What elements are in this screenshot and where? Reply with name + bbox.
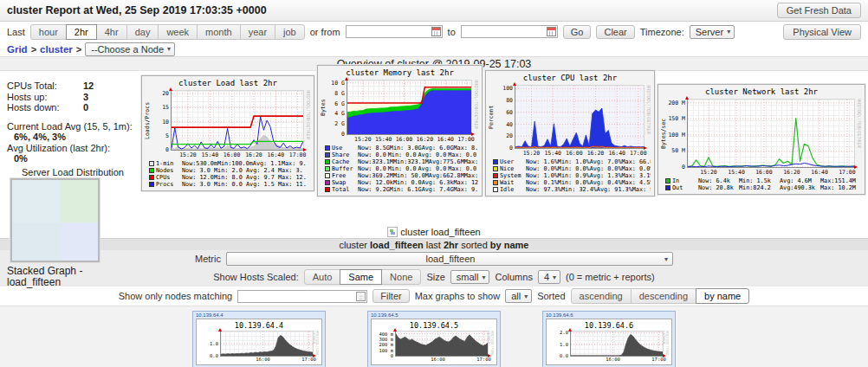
range-button-hour[interactable]: hour	[30, 24, 67, 40]
timezone-value: Server	[696, 27, 723, 37]
legend-series-name: Procs	[156, 181, 173, 188]
legend-series-name: Use	[332, 145, 342, 151]
filter-input[interactable]: ::	[237, 290, 367, 303]
legend-cell: Avg: 7.0%	[590, 158, 622, 165]
y-axis-label	[198, 331, 205, 357]
legend-cell: Min: 50.0M	[393, 172, 429, 179]
host-cell: 10.139.64.5 10.139.64.50100 m200 m300 m4…	[367, 311, 501, 367]
x-tick-label: 15:20	[523, 150, 541, 157]
legend-name: Nice	[493, 165, 526, 172]
size-label: Size	[426, 272, 444, 282]
timezone-select[interactable]: Server ▾	[690, 25, 735, 39]
summary-range: 2hr	[444, 240, 458, 250]
max-graphs-select[interactable]: all ▾	[505, 289, 532, 303]
breadcrumb-cluster-link[interactable]: cluster	[40, 44, 73, 55]
load-avg-block: Current Load Avg (15, 5, 1m): 6%, 4%, 3%…	[7, 121, 139, 164]
legend-cell: Now: 12.0k	[358, 179, 393, 186]
legend-cell: Max: 0.0%	[622, 165, 651, 172]
choose-node-select[interactable]: --Choose a Node ▾	[85, 42, 175, 56]
to-date-input[interactable]	[461, 25, 558, 38]
columns-note: (0 = metric + reports)	[566, 272, 655, 282]
legend-cell: Max: 0.0	[448, 165, 478, 172]
y-tick-label: 0	[391, 353, 393, 358]
x-tick-label: 15:20	[700, 169, 717, 176]
legend-series-name: Out	[672, 184, 683, 191]
cluster-cpu-graph[interactable]: cluster CPU last 2hrPercent0204060801001…	[485, 70, 655, 196]
legend-row: UseNow: 8.5GMin: 3.0GAvg: 6.0GMax: 8.6G	[325, 145, 478, 151]
sort-button-by-name[interactable]: by name	[696, 288, 749, 304]
x-axis-arrow-icon	[303, 148, 307, 151]
y-tick-label: 100 m	[379, 348, 393, 353]
range-button-job[interactable]: job	[275, 24, 305, 40]
legend-name: Procs	[149, 181, 182, 188]
avg-utilization-label: Avg Utilization (last 2hr):	[7, 143, 139, 154]
host-link[interactable]: 10.139.64.5	[371, 312, 497, 319]
host-link[interactable]: 10.139.64.6	[546, 312, 672, 319]
metric-select[interactable]: load_fifteen ▾	[226, 252, 673, 266]
legend-swatch	[493, 180, 498, 185]
input-hint-icon[interactable]: ::	[356, 292, 366, 301]
x-tick-label: 16:00	[606, 357, 620, 362]
legend-cell: Min: 1.0%	[558, 158, 590, 165]
physical-view-button[interactable]: Physical View	[783, 24, 861, 40]
plot-canvas: 02 G4 G6 G8 G10 G15:2015:4016:0016:2016:…	[347, 80, 472, 135]
breadcrumb-grid-link[interactable]: Grid	[7, 44, 28, 55]
range-button-month[interactable]: month	[197, 24, 241, 40]
y-axis-label: Percent	[488, 85, 496, 149]
scale-button-none[interactable]: None	[381, 269, 421, 285]
filter-button[interactable]: Filter	[372, 289, 409, 303]
host-link[interactable]: 10.139.64.4	[196, 312, 322, 319]
range-button-2hr[interactable]: 2hr	[66, 24, 97, 40]
scale-button-same[interactable]: Same	[340, 269, 382, 285]
y-tick-label: 60	[506, 109, 513, 116]
y-tick-label: 200 m	[379, 342, 393, 347]
filter-label: Show only nodes matching	[119, 291, 232, 301]
y-tick-label: 10 G	[331, 80, 345, 87]
stat-value: 3	[83, 92, 88, 103]
get-fresh-data-button[interactable]: Get Fresh Data	[777, 3, 861, 18]
range-button-week[interactable]: week	[158, 24, 198, 40]
range-button-year[interactable]: year	[240, 24, 275, 40]
clear-button[interactable]: Clear	[596, 25, 634, 39]
columns-select[interactable]: 4 ▾	[538, 270, 560, 284]
timezone-label: Timezone:	[640, 27, 684, 37]
host-load-graph[interactable]: 10.139.64.40.01.016:0017:00RRDTOOL / TOB…	[196, 319, 322, 365]
y-axis-arrow-icon	[568, 328, 572, 332]
range-button-4hr[interactable]: 4hr	[96, 24, 127, 40]
rrdtool-watermark: RRDTOOL / TOBI OETIKER	[855, 99, 861, 168]
host-graphs-row: 10.139.64.4 10.139.64.40.01.016:0017:00R…	[0, 306, 868, 367]
go-button[interactable]: Go	[563, 25, 592, 39]
legend-cell: Avg:662.8M	[429, 172, 464, 179]
cluster-network-graph[interactable]: cluster Network last 2hrBytes/sec050 M10…	[657, 84, 865, 195]
graph-title: cluster Memory last 2hr	[318, 66, 482, 79]
sort-button-descending[interactable]: descending	[631, 288, 696, 304]
legend-cell: Now: 9.2G	[358, 186, 390, 193]
calendar-icon[interactable]	[547, 27, 556, 36]
scale-button-auto[interactable]: Auto	[304, 269, 341, 285]
legend-row: TotalNow: 9.2GMin: 6.1GAvg: 7.4GMax: 9.2…	[325, 186, 478, 193]
size-select[interactable]: small ▾	[450, 270, 490, 284]
y-tick-label: 1.0	[210, 341, 218, 346]
legend-cell: Avg: 1.5	[246, 181, 278, 188]
host-load-graph[interactable]: 10.139.64.50100 m200 m300 m400 m16:0017:…	[371, 319, 497, 365]
legend-swatch	[325, 180, 330, 185]
calendar-icon[interactable]	[431, 27, 441, 36]
range-button-day[interactable]: day	[126, 24, 159, 40]
cluster-memory-graph[interactable]: cluster Memory last 2hrBytes02 G4 G6 G8 …	[317, 65, 483, 196]
sort-button-ascending[interactable]: ascending	[571, 288, 632, 304]
y-axis-arrow-icon	[685, 96, 689, 100]
from-date-input[interactable]	[346, 25, 443, 38]
server-load-distribution-chart[interactable]	[10, 178, 100, 262]
x-tick-label: 17:00	[457, 136, 475, 143]
plot-canvas: 050 M100 M150 M200 M15:2015:4016:0016:20…	[687, 99, 855, 168]
legend-cell: Now: 6.4k	[698, 177, 739, 184]
distribution-quadrant	[12, 222, 61, 261]
to-label: to	[448, 27, 456, 37]
host-load-graph[interactable]: 10.139.64.60.01.02.016:0017:00RRDTOOL / …	[546, 319, 672, 365]
legend-swatch	[493, 159, 498, 164]
columns-label: Columns	[495, 272, 532, 282]
cluster-load-graph[interactable]: cluster Load last 2hrLoads/Procs05101520…	[141, 75, 314, 191]
stacked-graph-label: Stacked Graph - load_fifteen	[7, 266, 139, 287]
legend-row: BufferNow: 0.0Min: 0.0Avg: 0.0Max: 0.0	[325, 165, 478, 172]
legend-series-name: Swap	[332, 179, 346, 186]
